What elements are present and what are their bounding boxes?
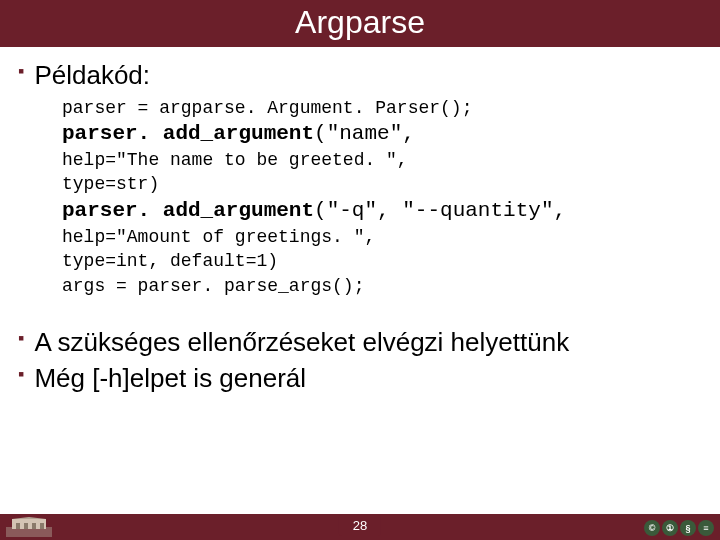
code-line: parser. add_argument("name", (62, 120, 702, 148)
content-area: ▪ Példakód: parser = argparse. Argument.… (0, 47, 720, 540)
code-bold: parser. add_argument (62, 199, 314, 222)
svg-rect-4 (32, 523, 36, 529)
code-line: parser. add_argument("-q", "--quantity", (62, 197, 702, 225)
badge-icon: ① (662, 520, 678, 536)
code-line: type=int, default=1) (62, 249, 702, 273)
code-bold: parser. add_argument (62, 122, 314, 145)
bullet-text: Példakód: (34, 59, 150, 92)
code-line: help="The name to be greeted. ", (62, 148, 702, 172)
code-args: ("name", (314, 122, 415, 145)
university-logo-icon (6, 517, 52, 537)
bullet-summary1: ▪ A szükséges ellenőrzéseket elvégzi hel… (18, 326, 702, 359)
code-line: args = parser. parse_args(); (62, 274, 702, 298)
svg-rect-2 (16, 523, 20, 529)
code-block: parser = argparse. Argument. Parser(); p… (62, 96, 702, 298)
code-line: help="Amount of greetings. ", (62, 225, 702, 249)
svg-rect-5 (40, 523, 44, 529)
summary-bullets: ▪ A szükséges ellenőrzéseket elvégzi hel… (18, 326, 702, 395)
bullet-icon: ▪ (18, 326, 24, 351)
bullet-text: Még [-h]elpet is generál (34, 362, 306, 395)
license-badges: © ① § ≡ (644, 520, 714, 536)
badge-icon: ≡ (698, 520, 714, 536)
bullet-icon: ▪ (18, 362, 24, 387)
slide-title: Argparse (295, 4, 425, 40)
slide: Argparse ▪ Példakód: parser = argparse. … (0, 0, 720, 540)
code-line: parser = argparse. Argument. Parser(); (62, 96, 702, 120)
bullet-text: A szükséges ellenőrzéseket elvégzi helye… (34, 326, 569, 359)
badge-icon: © (644, 520, 660, 536)
bullet-icon: ▪ (18, 59, 24, 84)
title-bar: Argparse (0, 0, 720, 47)
bullet-example: ▪ Példakód: (18, 59, 702, 92)
page-number: 28 (339, 515, 381, 536)
badge-icon: § (680, 520, 696, 536)
svg-rect-3 (24, 523, 28, 529)
code-args: ("-q", "--quantity", (314, 199, 566, 222)
bullet-summary2: ▪ Még [-h]elpet is generál (18, 362, 702, 395)
code-line: type=str) (62, 172, 702, 196)
svg-marker-6 (12, 517, 46, 519)
